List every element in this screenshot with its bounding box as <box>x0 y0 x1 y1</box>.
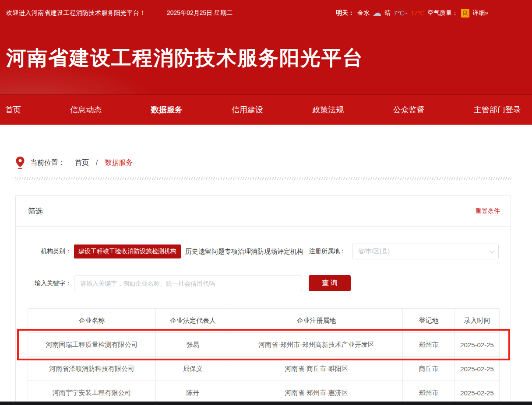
reset-filters-link[interactable]: 重置条件 <box>476 207 500 215</box>
col-registered-location: 企业注册属地 <box>230 309 403 333</box>
cell-company-name: 河南省泽顺消防科技有限公司 <box>28 357 156 381</box>
cell-entry-date: 2025-02-25 <box>455 357 500 381</box>
slash-divider <box>15 177 511 180</box>
cell-registered-location: 河南省-郑州市-郑州高新技术产业开发区 <box>230 333 403 357</box>
breadcrumb: 当前位置： 首页 / 数据服务 <box>15 155 532 170</box>
location-label: 当前位置： <box>30 158 65 168</box>
region-filter-group: 注册所属地： 省/市/区(县) <box>309 244 499 259</box>
site-banner: 河南省建设工程消防技术服务阳光平台 <box>0 26 532 94</box>
temp-low: 7℃~ <box>394 10 408 17</box>
keyword-input[interactable] <box>74 276 302 291</box>
air-quality-label: 空气质量： <box>427 9 458 17</box>
region-select-placeholder: 省/市/区(县) <box>358 248 489 255</box>
cell-registration-city: 商丘市 <box>403 357 455 381</box>
site-title: 河南省建设工程消防技术服务阳光平台 <box>6 45 532 72</box>
table-row-highlighted[interactable]: 河南固瑞工程质量检测有限公司 张易 河南省-郑州市-郑州高新技术产业开发区 郑州… <box>28 333 500 357</box>
filter-panel: 筛选 重置条件 机构类别： 建设工程竣工验收消防设施检测机构 历史遗留问题专项治… <box>15 196 511 405</box>
table-header-row: 企业名称 企业法定代表人 企业注册属地 登记地 录入时间 <box>28 309 500 333</box>
keyword-filter-row: 输入关键字： 查 询 <box>28 275 499 291</box>
district-name: 金水 <box>357 9 370 17</box>
welcome-text: 欢迎进入河南省建设工程消防技术服务阳光平台！ <box>6 9 146 17</box>
top-info-bar: 欢迎进入河南省建设工程消防技术服务阳光平台！ 2025年02月25日 星期二 明… <box>0 0 532 26</box>
region-select[interactable]: 省/市/区(县) <box>352 244 499 259</box>
location-pin-icon <box>15 156 25 169</box>
filter-panel-header: 筛选 重置条件 <box>16 196 511 227</box>
nav-item-news[interactable]: 信息动态 <box>70 105 102 115</box>
cell-legal-representative: 张易 <box>156 333 230 357</box>
chevron-down-icon <box>489 248 495 254</box>
date-text: 2025年02月25日 星期二 <box>167 9 233 17</box>
air-quality-badge: 良 <box>461 9 469 17</box>
cell-entry-date: 2025-02-25 <box>455 333 500 357</box>
results-table: 企业名称 企业法定代表人 企业注册属地 登记地 录入时间 河南固瑞工程质量检测有… <box>28 308 500 405</box>
nav-item-policy[interactable]: 政策法规 <box>312 105 344 115</box>
nav-item-admin-login[interactable]: 主管部门登录 <box>474 105 521 115</box>
cloud-weather-icon: ☁ <box>373 8 381 17</box>
temp-high: 17℃ <box>411 10 424 17</box>
weather-detail-link[interactable]: 详细» <box>472 9 488 17</box>
nav-item-supervision[interactable]: 公众监督 <box>393 105 425 115</box>
page: 欢迎进入河南省建设工程消防技术服务阳光平台！ 2025年02月25日 星期二 明… <box>0 0 532 405</box>
breadcrumb-home-link[interactable]: 首页 <box>75 158 89 168</box>
category-filter-row: 机构类别： 建设工程竣工验收消防设施检测机构 历史遗留问题专项治理消防现场评定机… <box>28 244 499 259</box>
main-nav: 首页 信息动态 数据服务 信用建设 政策法规 公众监督 主管部门登录 <box>0 94 532 125</box>
cell-registered-location: 河南省-商丘市-睢阳区 <box>230 357 403 381</box>
category-option-unselected[interactable]: 历史遗留问题专项治理消防现场评定机构 <box>185 248 303 256</box>
col-registration-city: 登记地 <box>403 309 455 333</box>
nav-item-home[interactable]: 首页 <box>5 105 21 115</box>
breadcrumb-separator: / <box>96 159 98 167</box>
col-entry-date: 录入时间 <box>455 309 500 333</box>
cell-legal-representative: 屈保义 <box>156 357 230 381</box>
weather-condition: 晴 <box>384 9 391 17</box>
col-company-name: 企业名称 <box>28 309 156 333</box>
cell-company-name: 河南固瑞工程质量检测有限公司 <box>28 333 156 357</box>
search-button[interactable]: 查 询 <box>309 275 351 291</box>
weather-widget: 明天： 金水 ☁ 晴 7℃~ 17℃ 空气质量： 良 详细» <box>336 9 488 17</box>
tomorrow-label: 明天： <box>336 9 354 17</box>
cell-registration-city: 郑州市 <box>403 333 455 357</box>
table-row[interactable]: 河南省泽顺消防科技有限公司 屈保义 河南省-商丘市-睢阳区 商丘市 2025-0… <box>28 357 500 381</box>
filter-panel-body: 机构类别： 建设工程竣工验收消防设施检测机构 历史遗留问题专项治理消防现场评定机… <box>16 244 511 405</box>
keyword-label: 输入关键字： <box>28 279 71 287</box>
filter-panel-title: 筛选 <box>28 206 43 216</box>
category-label: 机构类别： <box>28 248 71 255</box>
category-option-selected[interactable]: 建设工程竣工验收消防设施检测机构 <box>74 244 181 258</box>
nav-item-data-service[interactable]: 数据服务 <box>151 105 183 115</box>
bottom-edge-strip <box>0 402 532 405</box>
col-legal-representative: 企业法定代表人 <box>156 309 230 333</box>
breadcrumb-current-link[interactable]: 数据服务 <box>105 158 133 168</box>
nav-item-credit[interactable]: 信用建设 <box>232 105 263 115</box>
region-label: 注册所属地： <box>309 248 346 255</box>
